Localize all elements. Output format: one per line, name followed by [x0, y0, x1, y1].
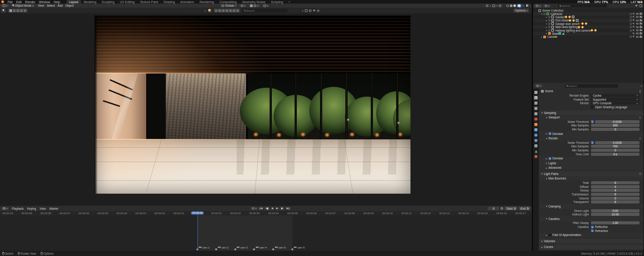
toolbar-icon[interactable]: [229, 9, 232, 12]
exclude-checkbox[interactable]: [630, 26, 632, 28]
timeline-track-area[interactable]: cam 1cam 2cam 3cam 4cam 5cam 6: [0, 215, 532, 251]
asset-dropdown-chevron[interactable]: ▾: [205, 9, 206, 12]
toolbar-icon[interactable]: [222, 9, 225, 12]
workspace-tab-geometry-nodes[interactable]: Geometry Nodes: [239, 0, 268, 4]
checkbox-open-shading-language[interactable]: [591, 106, 594, 108]
outliner-row-garden[interactable]: ▸Garden: [533, 16, 644, 19]
outliner-row-garage[interactable]: ▾GARAGE: [533, 12, 644, 15]
section-sampling[interactable]: ▾Sampling∷: [539, 110, 644, 115]
value-field[interactable]: 1.00: [591, 221, 640, 224]
collection-checkbox[interactable]: [548, 16, 550, 18]
properties-tab-particles[interactable]: [533, 133, 539, 138]
play-reverse-button[interactable]: [270, 207, 274, 210]
viewport-menu-select[interactable]: Select: [46, 4, 56, 7]
properties-editor-type-button[interactable]: ▾: [535, 84, 542, 87]
workspace-tab-modeling[interactable]: Modeling: [81, 0, 99, 4]
outliner-row-garage-door-area[interactable]: ▸Garage door area: [533, 22, 644, 25]
toolbar-icon[interactable]: [226, 9, 228, 12]
value-field[interactable]: 0: [591, 128, 640, 131]
section-advanced[interactable]: ▸Advanced: [539, 166, 644, 171]
marker-diamond[interactable]: [234, 248, 237, 251]
value-field[interactable]: 0.0100: [595, 120, 640, 123]
tool-option-icon[interactable]: [9, 9, 12, 12]
outliner-row-hallway-lighting-and-camera[interactable]: ▸Hallway lighting and camera: [533, 28, 644, 32]
collection-checkbox[interactable]: [548, 23, 550, 25]
start-frame-field[interactable]: Start0: [505, 207, 517, 210]
pin-icon[interactable]: [639, 90, 641, 92]
hide-viewport-toggle[interactable]: [636, 33, 639, 34]
section-checkbox[interactable]: [549, 157, 551, 160]
overlays-toggle-icon[interactable]: [492, 4, 495, 7]
dropdown-render-engine[interactable]: Cycles▾: [591, 94, 640, 98]
play-button[interactable]: [275, 207, 279, 210]
hide-viewport-toggle[interactable]: [636, 16, 639, 18]
exclude-checkbox[interactable]: [630, 36, 632, 38]
value-field[interactable]: 6: [591, 200, 640, 203]
field-checkbox[interactable]: [591, 141, 594, 144]
timeline-menu-marker[interactable]: Marker: [48, 207, 60, 210]
outliner-display-mode-dropdown[interactable]: ▾: [534, 4, 542, 8]
hide-viewport-toggle[interactable]: [636, 29, 639, 31]
add-workspace-button[interactable]: +: [286, 0, 293, 4]
viewport-menu-object[interactable]: Object: [65, 4, 75, 7]
properties-tab-view-layer[interactable]: [533, 106, 539, 111]
disable-render-toggle[interactable]: [640, 26, 642, 28]
pivot-point-dropdown[interactable]: ▾: [239, 4, 247, 7]
disable-render-toggle[interactable]: [640, 36, 642, 38]
menu-edit[interactable]: Edit: [14, 0, 23, 4]
selectable-toggle[interactable]: [632, 29, 635, 32]
outliner-row-scene-collection[interactable]: Scene Collection: [533, 9, 644, 12]
properties-tab-data[interactable]: [533, 149, 539, 154]
options-dropdown[interactable]: Options▾: [513, 8, 529, 12]
exclude-checkbox[interactable]: [630, 29, 632, 32]
properties-tab-output[interactable]: [533, 101, 539, 106]
workspace-tab-layout[interactable]: Layout: [66, 0, 81, 4]
collection-checkbox[interactable]: [548, 29, 550, 32]
expand-toggle[interactable]: ▸: [545, 16, 548, 18]
outliner-filter-funnel-icon[interactable]: [635, 5, 638, 7]
timeline-editor-type-button[interactable]: ▾: [1, 207, 9, 210]
selectable-toggle[interactable]: [632, 12, 635, 15]
viewport-canvas[interactable]: [0, 13, 532, 206]
outliner-row-gun-closet[interactable]: ▸Gun closet: [533, 19, 644, 22]
timeline-menu-playback[interactable]: Playback: [11, 207, 25, 210]
mode-dropdown[interactable]: Object Mode▾: [11, 4, 35, 7]
outliner-row-base[interactable]: ▸Base: [533, 32, 644, 35]
sync-dropdown[interactable]: ▾: [250, 207, 258, 210]
rendered-shading-active[interactable]: [517, 4, 521, 8]
toolbar-icon[interactable]: [215, 9, 217, 12]
value-field[interactable]: 0: [591, 149, 640, 152]
workspace-tab-shading[interactable]: Shading: [161, 0, 178, 4]
section-caustics[interactable]: ▾Caustics: [539, 216, 644, 221]
viewport-search-box[interactable]: [242, 9, 288, 12]
preset-menu-icon[interactable]: ≡: [639, 137, 641, 140]
properties-tab-constraints[interactable]: [533, 143, 539, 148]
selectable-toggle[interactable]: [632, 36, 635, 38]
disable-render-toggle[interactable]: [640, 13, 642, 15]
exclude-checkbox[interactable]: [630, 19, 632, 21]
disable-render-toggle[interactable]: [640, 29, 642, 31]
expand-toggle[interactable]: ▾: [540, 12, 543, 15]
hide-viewport-toggle[interactable]: [636, 20, 639, 21]
xray-toggle-icon[interactable]: [499, 4, 501, 7]
snap-controls[interactable]: ▾: [249, 4, 260, 7]
marker-diamond[interactable]: [253, 248, 256, 251]
editor-type-button[interactable]: ▾: [1, 4, 9, 7]
hide-viewport-toggle[interactable]: [636, 36, 639, 38]
workspace-tab-animation[interactable]: Animation: [178, 0, 197, 4]
section-fast-gi-approximation[interactable]: ▸Fast GI Approximation: [539, 233, 644, 238]
end-frame-field[interactable]: End5: [519, 207, 530, 210]
tool-option-icon[interactable]: [13, 9, 16, 12]
section-light-paths[interactable]: ▾Light Paths≡∷: [539, 171, 644, 176]
properties-tab-render[interactable]: [533, 95, 539, 100]
current-frame-field[interactable]: 0: [488, 207, 499, 210]
dropdown-device[interactable]: GPU Compute▾: [591, 102, 640, 105]
viewport-search-input[interactable]: [246, 9, 286, 12]
viewport-menu-view[interactable]: View: [37, 4, 45, 7]
jump-end-button[interactable]: [286, 207, 291, 210]
properties-tab-world[interactable]: [533, 117, 539, 122]
field-checkbox[interactable]: [591, 120, 594, 123]
workspace-tab-uv-editing[interactable]: UV Editing: [117, 0, 137, 4]
material-ball-icon[interactable]: [208, 9, 211, 12]
workspace-tab-scripting[interactable]: Scripting: [268, 0, 286, 4]
